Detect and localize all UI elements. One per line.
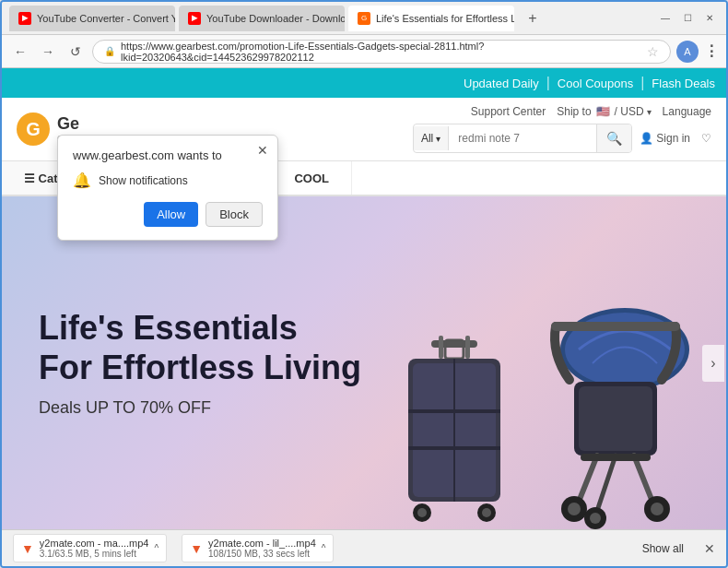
svg-point-10: [482, 508, 491, 517]
ship-to-link[interactable]: Ship to 🇺🇸 / USD ▾: [557, 105, 651, 118]
back-button[interactable]: ←: [9, 41, 31, 63]
logo-name: Ge: [57, 115, 112, 134]
hero-image-area: [394, 299, 708, 529]
hero-text: Life's Essentials For Effortless Living …: [39, 308, 361, 418]
download-expand-1[interactable]: ^: [154, 543, 159, 553]
address-bar: ← → ↺ 🔒 https://www.gearbest.com/promoti…: [2, 35, 726, 68]
address-field[interactable]: 🔒 https://www.gearbest.com/promotion-Lif…: [92, 40, 671, 64]
banner-updated-daily: Updated Daily: [464, 77, 539, 90]
wishlist-button[interactable]: ♡: [701, 132, 711, 145]
download-expand-2[interactable]: ^: [322, 543, 326, 553]
close-button[interactable]: ✕: [700, 9, 719, 28]
search-area: All ▾ 🔍 👤 Sign in: [413, 124, 711, 153]
svg-line-19: [634, 456, 652, 502]
minimize-button[interactable]: —: [656, 9, 675, 28]
support-center-link[interactable]: Support Center: [471, 105, 546, 118]
logo-icon: G: [17, 112, 50, 146]
window-controls: — ☐ ✕: [656, 9, 719, 28]
svg-rect-16: [579, 386, 652, 451]
tab-1[interactable]: ▶ YouTube Converter - Convert Yo... ✕: [9, 6, 175, 31]
search-bar: All ▾ 🔍: [413, 124, 632, 153]
top-banner: Updated Daily | Cool Coupons | Flash Dea…: [2, 68, 726, 98]
new-tab-button[interactable]: +: [522, 7, 544, 30]
download-item-1[interactable]: ▼ y2mate.com - ma....mp4 3.1/63.5 MB, 5 …: [13, 534, 167, 562]
popup-close-button[interactable]: ✕: [257, 143, 268, 158]
download-icon-1: ▼: [21, 541, 34, 556]
language-link[interactable]: Language: [663, 105, 711, 118]
url-text: https://www.gearbest.com/promotion-Life-…: [121, 41, 641, 63]
hero-banner: Life's Essentials For Effortless Living …: [2, 196, 726, 529]
banner-flash-deals[interactable]: Flash Deals: [652, 77, 715, 90]
show-all-downloads-button[interactable]: Show all: [642, 542, 684, 555]
hero-title: Life's Essentials For Effortless Living: [39, 308, 361, 387]
download-item-2[interactable]: ▼ y2mate.com - lil_....mp4 108/150 MB, 3…: [182, 534, 334, 562]
svg-line-18: [579, 456, 597, 502]
tab-3-favicon: G: [358, 12, 370, 25]
tab-3-label: Life's Essentials for Effortless Liv...: [376, 13, 514, 24]
more-options-button[interactable]: ⋮: [704, 42, 719, 60]
sign-in-button[interactable]: 👤 Sign in: [640, 132, 690, 145]
hero-subtitle: Deals UP TO 70% OFF: [39, 398, 361, 418]
stroller-svg: [523, 299, 708, 529]
header-right: Support Center Ship to 🇺🇸 / USD ▾ Langua…: [413, 105, 711, 153]
download-info-1: y2mate.com - ma....mp4 3.1/63.5 MB, 5 mi…: [40, 538, 149, 559]
svg-point-24: [651, 503, 663, 515]
lock-icon: 🔒: [104, 46, 115, 56]
tab-2[interactable]: ▶ YouTube Downloader - Downlo... ✕: [179, 6, 345, 31]
search-category-dropdown[interactable]: All ▾: [414, 126, 449, 150]
allow-button[interactable]: Allow: [144, 202, 198, 227]
banner-sep-1: |: [546, 75, 550, 91]
download-icon-2: ▼: [190, 541, 203, 556]
tab-2-label: YouTube Downloader - Downlo...: [206, 13, 345, 24]
banner-cool-coupons[interactable]: Cool Coupons: [558, 77, 633, 90]
tab-1-label: YouTube Converter - Convert Yo...: [37, 13, 175, 24]
search-icon: 🔍: [606, 131, 622, 146]
maximize-button[interactable]: ☐: [678, 9, 697, 28]
luggage-svg: [394, 336, 514, 529]
svg-point-22: [568, 503, 581, 515]
close-download-bar-button[interactable]: ✕: [704, 541, 715, 556]
profile-button[interactable]: A: [676, 41, 699, 63]
bookmark-star-icon[interactable]: ☆: [647, 44, 659, 59]
header-top-links: Support Center Ship to 🇺🇸 / USD ▾ Langua…: [471, 105, 711, 118]
nav-cool[interactable]: COOL: [272, 161, 352, 195]
title-bar: ▶ YouTube Converter - Convert Yo... ✕ ▶ …: [2, 2, 726, 35]
banner-sep-2: |: [640, 75, 644, 91]
svg-line-20: [597, 456, 616, 511]
download-meta-2: 108/150 MB, 33 secs left: [208, 549, 316, 559]
popup-buttons: Allow Block: [73, 202, 263, 227]
tab-3[interactable]: G Life's Essentials for Effortless Liv..…: [348, 6, 514, 31]
download-info-2: y2mate.com - lil_....mp4 108/150 MB, 33 …: [208, 538, 316, 559]
download-meta-1: 3.1/63.5 MB, 5 mins left: [40, 549, 149, 559]
search-button[interactable]: 🔍: [596, 124, 631, 152]
popup-title: www.gearbest.com wants to: [73, 148, 263, 162]
svg-point-9: [417, 508, 427, 517]
next-slide-arrow[interactable]: ›: [702, 345, 724, 382]
download-name-2: y2mate.com - lil_....mp4: [208, 538, 316, 549]
svg-rect-11: [439, 336, 443, 359]
tab-1-favicon: ▶: [18, 12, 31, 25]
browser-window: ▶ YouTube Converter - Convert Yo... ✕ ▶ …: [0, 0, 728, 568]
download-bar: ▼ y2mate.com - ma....mp4 3.1/63.5 MB, 5 …: [2, 529, 726, 566]
tab-2-favicon: ▶: [188, 12, 201, 25]
bell-icon: 🔔: [73, 172, 91, 189]
popup-message: Show notifications: [99, 174, 188, 187]
block-button[interactable]: Block: [205, 202, 263, 227]
popup-notification-row: 🔔 Show notifications: [73, 172, 263, 189]
svg-point-26: [590, 513, 601, 524]
download-name-1: y2mate.com - ma....mp4: [40, 538, 149, 549]
svg-rect-27: [581, 454, 651, 461]
website-content: ✕ www.gearbest.com wants to 🔔 Show notif…: [2, 68, 726, 529]
refresh-button[interactable]: ↺: [65, 41, 87, 63]
search-input[interactable]: [449, 126, 596, 150]
header-actions: 👤 Sign in ♡: [640, 132, 711, 145]
notification-popup: ✕ www.gearbest.com wants to 🔔 Show notif…: [57, 135, 278, 241]
forward-button[interactable]: →: [37, 41, 59, 63]
svg-rect-12: [465, 336, 470, 359]
